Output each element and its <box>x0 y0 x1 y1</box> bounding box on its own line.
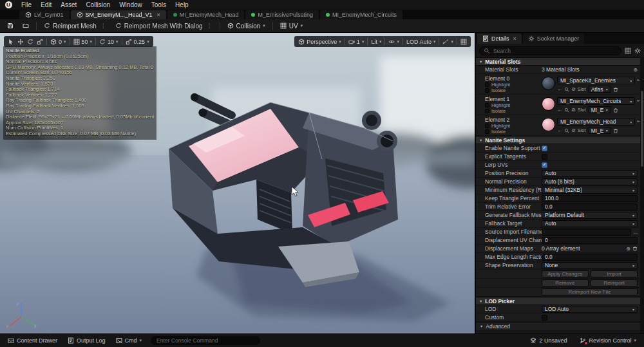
reimport-new-file-button[interactable]: Reimport New File <box>542 288 638 295</box>
details-search-input[interactable]: Search <box>479 46 621 55</box>
clear-asset-icon[interactable]: ⊘ <box>571 107 576 113</box>
menu-tools[interactable]: Tools <box>147 0 171 10</box>
close-tab-icon[interactable]: × <box>157 12 160 18</box>
section-nanite-settings[interactable]: ▾Nanite Settings <box>476 136 644 144</box>
highlight-checkbox[interactable] <box>485 103 489 108</box>
menu-window[interactable]: Window <box>115 0 147 10</box>
custom-checkbox[interactable] <box>542 315 547 321</box>
displacement-uv-channel-field[interactable]: 0 <box>542 237 638 244</box>
remove-button[interactable]: Remove <box>542 279 589 286</box>
delete-slot-icon[interactable] <box>613 128 618 133</box>
minimum-residency-root-geome-dropdown[interactable]: Minimal (32KB)▾ <box>542 187 638 194</box>
browse-to-asset-icon[interactable] <box>564 128 569 133</box>
lod-selector[interactable]: LOD Auto ▾ <box>406 39 436 45</box>
tab-details[interactable]: Details × <box>477 33 522 44</box>
delete-elements-icon[interactable] <box>632 246 638 251</box>
slot-name-dropdown[interactable]: Atlas▾ <box>588 86 611 93</box>
select-tool-icon[interactable] <box>8 39 14 45</box>
revision-control-button[interactable]: Revision Control ▾ <box>576 335 640 346</box>
enable-nanite-support-checkbox[interactable]: ✓ <box>542 145 547 151</box>
apply-changes-button[interactable]: Apply Changes <box>542 270 589 277</box>
reimport-mesh-button[interactable]: Reimport Mesh ⋮ <box>40 21 110 32</box>
screenshot-button[interactable] <box>460 39 467 45</box>
slot-name-dropdown[interactable]: MI_E▾ <box>588 127 611 134</box>
explicit-tangents-checkbox[interactable] <box>542 154 547 160</box>
browse-file-button[interactable]: ... <box>633 229 638 235</box>
lod-dropdown[interactable]: LOD Auto▾ <box>542 306 638 313</box>
reimport-options-icon[interactable]: ⋮ <box>100 23 106 29</box>
tab-m-emissivepulsating[interactable]: M_EmissivePulsating <box>245 10 319 19</box>
browse-to-asset-icon[interactable] <box>564 108 569 113</box>
clear-asset-icon[interactable]: ⊘ <box>571 127 576 133</box>
add-material-slot-icon[interactable]: ⊕ <box>633 67 638 73</box>
scale-snap-control[interactable]: 0.25▾ <box>126 39 149 45</box>
clear-asset-icon[interactable]: ⊘ <box>571 86 576 92</box>
preview-scene-settings-button[interactable]: ▾ <box>442 39 453 45</box>
rotate-tool-icon[interactable] <box>27 39 33 45</box>
add-element-icon[interactable]: ⊕ <box>626 246 630 252</box>
scale-tool-icon[interactable] <box>37 39 43 45</box>
reimport-mesh-dialog-button[interactable]: Reimport Mesh With Dialog ⋮ <box>111 21 216 32</box>
details-scrollbar[interactable] <box>640 57 644 333</box>
close-details-tab-icon[interactable]: × <box>513 35 516 42</box>
scrollbar-thumb[interactable] <box>641 91 643 167</box>
source-import-filename-field[interactable] <box>542 229 631 236</box>
use-selected-asset-icon[interactable]: ← <box>557 127 562 133</box>
rotation-snap-control[interactable]: 10▾ <box>99 39 118 45</box>
material-thumbnail[interactable] <box>542 118 555 131</box>
isolate-checkbox[interactable] <box>485 109 489 113</box>
material-thumbnail[interactable] <box>542 97 555 111</box>
generate-fallback-mesh-dropdown[interactable]: Platform Default▾ <box>542 212 638 219</box>
move-tool-icon[interactable] <box>17 39 24 45</box>
section-material-slots[interactable]: ▾Material Slots <box>476 57 644 66</box>
unsaved-assets-button[interactable]: 2 Unsaved <box>526 335 571 346</box>
show-flags-button[interactable]: ▾ <box>388 39 399 45</box>
save-button[interactable] <box>3 21 17 32</box>
viewport[interactable]: 0▾50▾10▾0.25▾ Perspective ▾ 1 ▾ Lit ▾ <box>0 33 475 333</box>
max-edge-length-factor-field[interactable]: 0.0 <box>542 254 638 261</box>
content-drawer-button[interactable]: Content Drawer <box>4 335 61 346</box>
advanced-expander[interactable]: ▾Advanced <box>476 322 644 330</box>
camera-speed-button[interactable]: 1 ▾ <box>348 39 365 45</box>
collision-menu-button[interactable]: Collision ▾ <box>223 21 269 32</box>
console-command-input[interactable]: Enter Console Command <box>151 336 260 345</box>
material-asset-dropdown[interactable]: MI_EnemyMech_Circuits▾ <box>557 97 635 105</box>
keep-triangle-percent-field[interactable]: 100.0 <box>542 195 638 202</box>
use-selected-asset-icon[interactable]: ← <box>557 107 562 113</box>
perspective-selector[interactable]: Perspective ▾ <box>298 39 341 45</box>
delete-slot-icon[interactable] <box>613 87 618 92</box>
highlight-checkbox[interactable] <box>485 82 489 87</box>
uv-menu-button[interactable]: UV ▾ <box>276 21 307 32</box>
grid-snap-control[interactable]: 50▾ <box>73 39 93 45</box>
fallback-target-dropdown[interactable]: Auto▾ <box>542 220 638 227</box>
menu-asset[interactable]: Asset <box>56 0 81 10</box>
tab-mi-enemymech-head[interactable]: MI_EnemyMech_Head <box>167 10 245 19</box>
reimport-button[interactable]: Reimport <box>591 279 638 286</box>
output-log-button[interactable]: Output Log <box>64 335 109 346</box>
position-precision-dropdown[interactable]: Auto▾ <box>542 170 638 177</box>
tab-lvl-gym01[interactable]: Lvl_Gym01 <box>19 10 70 19</box>
browse-content-button[interactable] <box>19 21 33 32</box>
display-options-icon[interactable] <box>625 48 631 54</box>
section-lod-picker[interactable]: ▾LOD Picker <box>476 297 644 305</box>
menu-collision[interactable]: Collision <box>81 0 115 10</box>
tab-socket-manager[interactable]: Socket Manager <box>523 33 585 44</box>
view-mode-selector[interactable]: Lit ▾ <box>371 39 381 45</box>
tab-sm-enemym-head-v1[interactable]: SM_EnemyM..._Head_V1× <box>71 10 166 19</box>
browse-to-asset-icon[interactable] <box>564 87 569 92</box>
reimport-dialog-options-icon[interactable]: ⋮ <box>207 23 213 29</box>
tab-mi-enemymech-circuits[interactable]: MI_EnemyMech_Circuits <box>320 10 402 19</box>
material-thumbnail[interactable] <box>542 77 555 90</box>
menu-help[interactable]: Help <box>171 0 193 10</box>
use-selected-asset-icon[interactable]: ← <box>557 86 562 92</box>
menu-file[interactable]: File <box>17 0 36 10</box>
cmd-button[interactable]: Cmd ▾ <box>112 335 146 346</box>
surface-snap-control[interactable]: 0▾ <box>50 39 66 45</box>
trim-relative-error-field[interactable]: 0.0 <box>542 203 638 211</box>
slot-name-dropdown[interactable]: MI_E▾ <box>588 106 611 113</box>
highlight-checkbox[interactable] <box>485 124 489 128</box>
material-asset-dropdown[interactable]: MI_SpaceKit_Enemies▾ <box>557 77 635 84</box>
delete-slot-icon[interactable] <box>613 108 618 113</box>
shape-preservation-dropdown[interactable]: None▾ <box>542 262 638 269</box>
lerp-uvs-checkbox[interactable]: ✓ <box>542 162 547 168</box>
